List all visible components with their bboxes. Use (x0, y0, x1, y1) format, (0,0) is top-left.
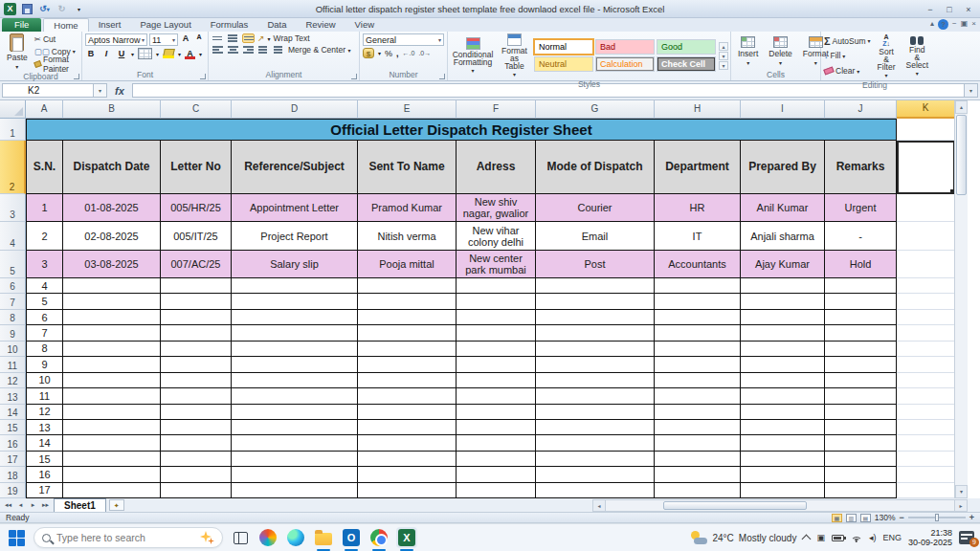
decrease-indent-button[interactable] (257, 45, 270, 55)
cell-J6[interactable] (825, 278, 897, 294)
volume-icon[interactable]: ◂) (869, 533, 877, 542)
cell-E9[interactable] (358, 325, 457, 341)
first-sheet-icon[interactable]: ◂◂ (2, 501, 14, 509)
cell-H9[interactable] (655, 325, 741, 341)
cell-I11[interactable] (741, 357, 825, 372)
alignment-dialog-launcher[interactable] (351, 74, 357, 79)
font-size-select[interactable]: 11▾ (149, 33, 178, 46)
doc-close-icon[interactable]: × (971, 19, 976, 30)
cell-K18[interactable] (897, 467, 955, 482)
cell-F9[interactable] (457, 325, 536, 341)
cell-G13[interactable] (536, 388, 655, 404)
cell-I3[interactable]: Anil Kumar (741, 194, 825, 222)
zoom-slider[interactable] (908, 517, 966, 518)
cell-J16[interactable] (825, 435, 897, 451)
row-header-13[interactable]: 13 (0, 388, 26, 404)
cell-I9[interactable] (741, 325, 825, 341)
search-input[interactable] (56, 532, 193, 543)
cell-G11[interactable] (536, 357, 655, 372)
taskbar-clock[interactable]: 21:38 30-09-2025 (908, 528, 952, 547)
cell-J15[interactable] (825, 420, 897, 435)
cell-E13[interactable] (358, 388, 457, 404)
cell-E4[interactable]: Nitish verma (358, 222, 457, 251)
cell-G15[interactable] (536, 420, 655, 435)
cell-E7[interactable] (358, 294, 457, 309)
cell-style-bad[interactable]: Bad (595, 39, 655, 55)
close-button[interactable]: × (960, 3, 977, 15)
clear-button[interactable]: Clear▾ (824, 65, 871, 77)
file-explorer-button[interactable] (313, 527, 334, 548)
cell-J12[interactable] (825, 373, 897, 388)
header-cell-C2[interactable]: Letter No (161, 141, 232, 194)
cell-I13[interactable] (741, 388, 825, 404)
cell-K10[interactable] (897, 342, 955, 357)
cell-C7[interactable] (161, 294, 232, 309)
header-cell-E2[interactable]: Sent To Name (358, 141, 457, 194)
next-sheet-icon[interactable]: ▸ (27, 501, 39, 509)
cell-style-normal[interactable]: Normal (534, 39, 593, 55)
cell-F4[interactable]: New vihar colony delhi (457, 222, 536, 251)
cell-D5[interactable]: Salary slip (232, 251, 358, 278)
column-header-G[interactable]: G (536, 100, 655, 119)
cell-J5[interactable]: Hold (825, 251, 897, 278)
cell-H7[interactable] (655, 294, 741, 309)
cell-C17[interactable] (161, 452, 232, 467)
row-header-19[interactable]: 19 (0, 483, 26, 498)
fill-color-button[interactable] (163, 49, 174, 58)
cell-G6[interactable] (536, 278, 655, 294)
cell-B10[interactable] (63, 342, 161, 357)
cell-C8[interactable] (161, 310, 232, 325)
cell-E8[interactable] (358, 310, 457, 325)
increase-decimal-icon[interactable]: ←.0 (403, 50, 415, 56)
cell-G14[interactable] (536, 405, 655, 420)
tab-data[interactable]: Data (257, 18, 296, 32)
gallery-up-icon[interactable]: ▴ (719, 42, 728, 51)
cell-F8[interactable] (457, 310, 536, 325)
font-dialog-launcher[interactable] (200, 74, 206, 79)
row-header-5[interactable]: 5 (0, 251, 26, 278)
cell-D15[interactable] (232, 420, 358, 435)
cell-D7[interactable] (232, 294, 358, 309)
select-all-corner[interactable] (0, 100, 26, 119)
gallery-more-icon[interactable]: ▾ (719, 61, 728, 70)
cell-E17[interactable] (358, 452, 457, 467)
sheet-title-cell[interactable]: Official Letter Dispatch Register Sheet (26, 119, 897, 141)
cell-K15[interactable] (897, 420, 955, 435)
scroll-up-icon[interactable]: ▴ (955, 100, 968, 114)
zoom-out-icon[interactable]: − (899, 513, 903, 522)
cut-button[interactable]: ✂Cut (34, 33, 78, 45)
cell-I5[interactable]: Ajay Kumar (741, 251, 825, 278)
orientation-button[interactable]: ↗ (257, 33, 265, 43)
row-header-17[interactable]: 17 (0, 452, 26, 467)
column-header-D[interactable]: D (232, 100, 358, 119)
cell-B12[interactable] (63, 373, 161, 388)
cell-I10[interactable] (741, 342, 825, 357)
cell-E3[interactable]: Pramod Kumar (358, 194, 457, 222)
cell-K1[interactable] (897, 119, 955, 141)
cell-F7[interactable] (457, 294, 536, 309)
cell-B16[interactable] (63, 435, 161, 451)
cell-C9[interactable] (161, 325, 232, 341)
cell-J4[interactable]: - (825, 222, 897, 251)
cell-A8[interactable]: 6 (26, 310, 63, 325)
cell-G12[interactable] (536, 373, 655, 388)
row-header-14[interactable]: 14 (0, 405, 26, 420)
cell-D11[interactable] (232, 357, 358, 372)
cell-D13[interactable] (232, 388, 358, 404)
cell-E19[interactable] (358, 483, 457, 498)
column-header-F[interactable]: F (457, 100, 536, 119)
cell-G9[interactable] (536, 325, 655, 341)
cell-B19[interactable] (63, 483, 161, 498)
cell-F17[interactable] (457, 452, 536, 467)
zoom-level[interactable]: 130% (875, 513, 896, 522)
cell-C11[interactable] (161, 357, 232, 372)
header-cell-I2[interactable]: Prepared By (741, 141, 825, 194)
cell-D6[interactable] (232, 278, 358, 294)
cell-D19[interactable] (232, 483, 358, 498)
weather-widget[interactable]: 24°C Mostly cloudy (690, 531, 796, 544)
redo-icon[interactable]: ↻ (55, 2, 69, 15)
zoom-slider-thumb[interactable] (935, 514, 939, 521)
header-cell-D2[interactable]: Reference/Subject (232, 141, 358, 194)
cell-E10[interactable] (358, 342, 457, 357)
cell-J17[interactable] (825, 452, 897, 467)
